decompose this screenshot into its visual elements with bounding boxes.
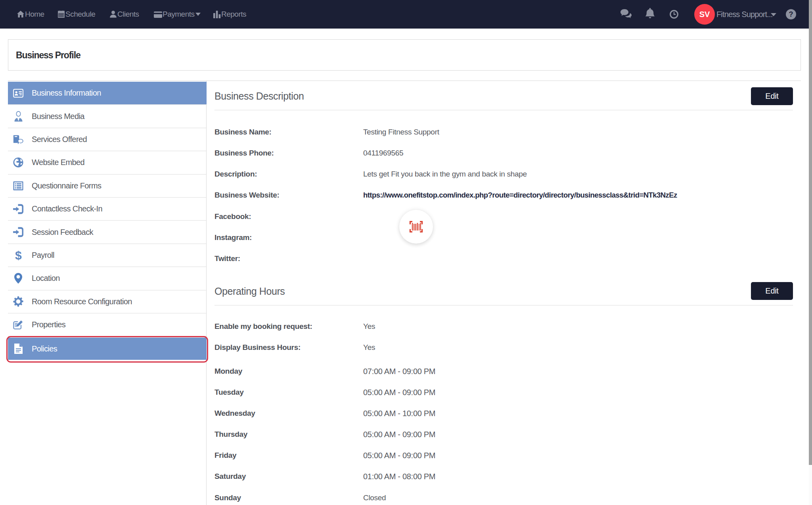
svg-text:?: ? [789,10,793,18]
